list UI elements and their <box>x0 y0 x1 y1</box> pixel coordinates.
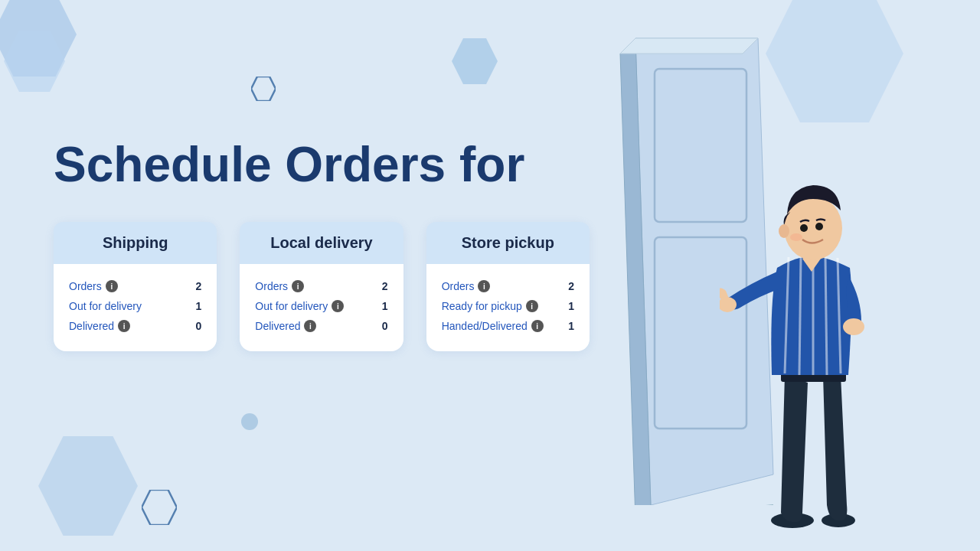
svg-marker-0 <box>251 77 276 101</box>
local-delivery-delivered-value: 0 <box>382 320 388 332</box>
shipping-card: Shipping Orders i 2 Out for delivery 1 D… <box>54 222 217 351</box>
bg-hex-bottomleft-large <box>38 436 138 536</box>
local-delivery-outfordelivery-label: Out for delivery i <box>255 300 344 312</box>
store-pickup-orders-row: Orders i 2 <box>426 276 590 296</box>
bg-hex-topcenter <box>452 38 498 84</box>
svg-line-9 <box>799 256 801 375</box>
bg-hex-outline-bottomleft <box>142 490 177 528</box>
local-delivery-orders-value: 2 <box>382 280 388 292</box>
store-pickup-readyforpickup-row: Ready for pickup i 1 <box>426 296 590 316</box>
store-pickup-readyforpickup-info-icon[interactable]: i <box>526 300 538 312</box>
store-pickup-readyforpickup-value: 1 <box>568 300 574 312</box>
local-delivery-orders-info-icon[interactable]: i <box>292 280 304 292</box>
store-pickup-header-label: Store pickup <box>462 234 554 251</box>
store-pickup-handeddelivered-value: 1 <box>568 320 574 332</box>
bg-dot-middle <box>241 413 258 430</box>
shipping-card-header: Shipping <box>54 222 217 264</box>
svg-point-19 <box>779 224 789 238</box>
local-delivery-outfordelivery-info-icon[interactable]: i <box>332 300 344 312</box>
shipping-orders-label: Orders i <box>69 280 118 292</box>
local-delivery-delivered-info-icon[interactable]: i <box>304 320 316 332</box>
local-delivery-orders-label: Orders i <box>255 280 304 292</box>
svg-point-20 <box>790 233 802 241</box>
store-pickup-orders-info-icon[interactable]: i <box>478 280 490 292</box>
bg-hex-topleft-small <box>4 31 65 92</box>
local-delivery-delivered-row: Delivered i 0 <box>240 316 403 336</box>
local-delivery-outfordelivery-value: 1 <box>382 300 388 312</box>
main-content: Schedule Orders for Shipping Orders i 2 … <box>54 138 590 351</box>
bg-hex-topleft-large <box>0 0 77 77</box>
svg-point-18 <box>815 223 823 230</box>
shipping-header-label: Shipping <box>103 234 168 251</box>
page-title: Schedule Orders for <box>54 138 590 191</box>
store-pickup-orders-value: 2 <box>568 280 574 292</box>
shipping-delivered-value: 0 <box>196 320 202 332</box>
person-illustration <box>720 130 919 528</box>
shipping-orders-info-icon[interactable]: i <box>106 280 118 292</box>
shipping-delivered-row: Delivered i 0 <box>54 316 217 336</box>
shipping-outfordelivery-value: 1 <box>196 300 202 312</box>
svg-marker-1 <box>142 490 177 525</box>
svg-point-14 <box>843 318 864 335</box>
store-pickup-card: Store pickup Orders i 2 Ready for pickup… <box>426 222 590 351</box>
cards-container: Shipping Orders i 2 Out for delivery 1 D… <box>54 222 590 351</box>
local-delivery-delivered-label: Delivered i <box>255 320 316 332</box>
local-delivery-card-header: Local delivery <box>240 222 403 264</box>
bg-hex-outline-top <box>251 77 276 104</box>
shipping-delivered-info-icon[interactable]: i <box>118 320 130 332</box>
store-pickup-orders-label: Orders i <box>442 280 491 292</box>
shipping-orders-row: Orders i 2 <box>54 276 217 296</box>
svg-line-11 <box>825 256 827 375</box>
bg-hex-topright <box>766 0 903 122</box>
shipping-delivered-label: Delivered i <box>69 320 130 332</box>
store-pickup-handeddelivered-label: Handed/Delivered i <box>442 320 544 332</box>
local-delivery-orders-row: Orders i 2 <box>240 276 403 296</box>
shipping-orders-value: 2 <box>196 280 202 292</box>
store-pickup-readyforpickup-label: Ready for pickup i <box>442 300 538 312</box>
store-pickup-card-header: Store pickup <box>426 222 590 264</box>
store-pickup-handeddelivered-info-icon[interactable]: i <box>531 320 544 332</box>
local-delivery-header-label: Local delivery <box>270 234 372 251</box>
store-pickup-handeddelivered-row: Handed/Delivered i 1 <box>426 316 590 336</box>
svg-point-17 <box>800 224 808 232</box>
local-delivery-outfordelivery-row: Out for delivery i 1 <box>240 296 403 316</box>
local-delivery-card: Local delivery Orders i 2 Out for delive… <box>240 222 403 351</box>
shipping-outfordelivery-label: Out for delivery <box>69 300 142 312</box>
shipping-outfordelivery-row: Out for delivery 1 <box>54 296 217 316</box>
